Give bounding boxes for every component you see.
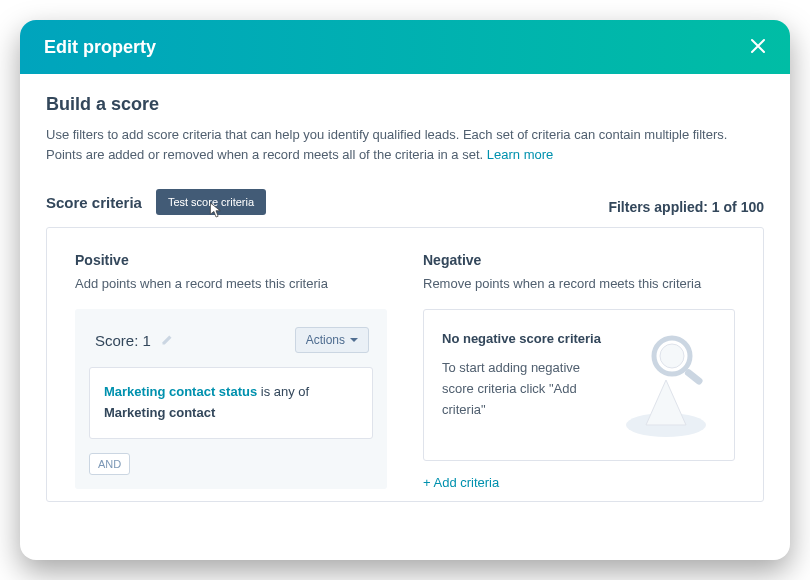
score-prefix: Score: [95, 332, 143, 349]
filter-connector: is any of [257, 384, 309, 399]
positive-subtitle: Add points when a record meets this crit… [75, 276, 387, 291]
negative-empty-text: No negative score criteria To start addi… [442, 330, 604, 440]
edit-score-button[interactable] [161, 334, 173, 349]
intro-text: Use filters to add score criteria that c… [46, 127, 727, 162]
negative-title: Negative [423, 252, 735, 268]
magnifier-icon [616, 330, 716, 440]
actions-label: Actions [306, 333, 345, 347]
negative-subtitle: Remove points when a record meets this c… [423, 276, 735, 291]
score-criteria-label: Score criteria [46, 194, 142, 211]
build-score-title: Build a score [46, 94, 764, 115]
score-row: Score: 1 Actions [89, 323, 373, 367]
positive-title: Positive [75, 252, 387, 268]
dialog-body: Build a score Use filters to add score c… [20, 74, 790, 522]
actions-dropdown[interactable]: Actions [295, 327, 369, 353]
dialog-header: Edit property [20, 20, 790, 74]
close-icon [750, 38, 766, 54]
negative-empty-title: No negative score criteria [442, 330, 604, 348]
learn-more-link[interactable]: Learn more [487, 147, 553, 162]
filter-property: Marketing contact status [104, 384, 257, 399]
score-value-label: Score: 1 [95, 332, 173, 349]
pencil-icon [161, 334, 173, 346]
criteria-panel: Positive Add points when a record meets … [46, 227, 764, 502]
svg-point-2 [660, 344, 684, 368]
test-score-criteria-button[interactable]: Test score criteria [156, 189, 266, 215]
positive-column: Positive Add points when a record meets … [75, 252, 387, 491]
add-criteria-link[interactable]: + Add criteria [423, 475, 499, 490]
negative-column: Negative Remove points when a record mee… [423, 252, 735, 491]
negative-empty-desc: To start adding negative score criteria … [442, 358, 604, 420]
and-operator-chip[interactable]: AND [89, 453, 130, 475]
svg-rect-3 [684, 368, 704, 386]
filter-value: Marketing contact [104, 405, 215, 420]
edit-property-dialog: Edit property Build a score Use filters … [20, 20, 790, 560]
score-value: 1 [143, 332, 151, 349]
test-button-label: Test score criteria [168, 196, 254, 208]
build-score-intro: Use filters to add score criteria that c… [46, 125, 764, 165]
close-button[interactable] [750, 34, 766, 60]
dialog-title: Edit property [44, 37, 156, 58]
positive-criteria-set: Score: 1 Actions Marketing contact statu… [75, 309, 387, 489]
filter-card[interactable]: Marketing contact status is any of Marke… [89, 367, 373, 439]
chevron-down-icon [350, 338, 358, 342]
criteria-row: Score criteria Test score criteria Filte… [46, 189, 764, 215]
magnifier-illustration [616, 330, 716, 440]
negative-empty-state: No negative score criteria To start addi… [423, 309, 735, 461]
filters-applied-text: Filters applied: 1 of 100 [608, 189, 764, 215]
